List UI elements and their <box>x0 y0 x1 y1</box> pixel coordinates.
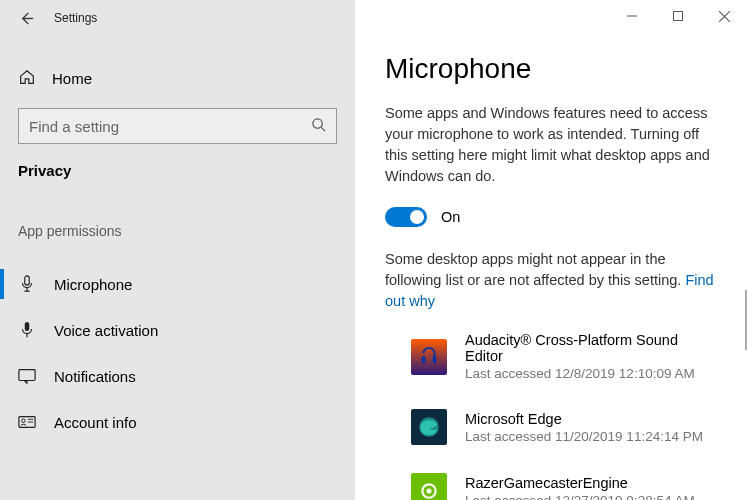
app-name: Microsoft Edge <box>465 411 703 427</box>
titlebar-left: Settings <box>0 0 355 36</box>
search-box[interactable] <box>18 108 337 144</box>
microphone-icon <box>18 275 36 293</box>
app-list: Audacity® Cross-Platform Sound Editor La… <box>385 332 717 500</box>
close-button[interactable] <box>701 0 747 32</box>
svg-point-9 <box>22 419 26 423</box>
app-meta: Last accessed 11/20/2019 11:24:14 PM <box>465 429 703 444</box>
app-row: Microsoft Edge Last accessed 11/20/2019 … <box>385 409 717 445</box>
minimize-button[interactable] <box>609 0 655 32</box>
sidebar-item-microphone[interactable]: Microphone <box>0 261 355 307</box>
nav-list: Microphone Voice activation Notification… <box>0 261 355 445</box>
sidebar-item-label: Microphone <box>54 276 132 293</box>
app-name: RazerGamecasterEngine <box>465 475 695 491</box>
section-group-label: App permissions <box>0 223 355 239</box>
svg-rect-17 <box>433 356 437 363</box>
account-icon <box>18 415 36 429</box>
svg-rect-2 <box>25 276 30 285</box>
current-section: Privacy <box>0 144 355 179</box>
sidebar: Settings Home Privacy App permissions Mi… <box>0 0 355 500</box>
sidebar-item-label: Notifications <box>54 368 136 385</box>
home-icon <box>18 68 36 89</box>
svg-rect-5 <box>25 322 30 331</box>
maximize-button[interactable] <box>655 0 701 32</box>
svg-rect-16 <box>422 356 426 363</box>
sidebar-item-account-info[interactable]: Account info <box>0 399 355 445</box>
search-input[interactable] <box>29 118 311 135</box>
app-icon-edge <box>411 409 447 445</box>
app-icon-audacity <box>411 339 447 375</box>
sidebar-item-voice-activation[interactable]: Voice activation <box>0 307 355 353</box>
sidebar-item-label: Voice activation <box>54 322 158 339</box>
microphone-toggle[interactable] <box>385 207 427 227</box>
intro-text: Some apps and Windows features need to a… <box>385 103 717 187</box>
titlebar-right <box>355 0 747 33</box>
search-icon <box>311 117 326 135</box>
content-pane: Microphone Some apps and Windows feature… <box>355 0 747 500</box>
app-icon-razer <box>411 473 447 500</box>
svg-point-20 <box>427 489 432 494</box>
app-row: Audacity® Cross-Platform Sound Editor La… <box>385 332 717 381</box>
svg-point-0 <box>313 119 322 128</box>
app-name: Audacity® Cross-Platform Sound Editor <box>465 332 717 364</box>
toggle-state-label: On <box>441 209 460 225</box>
app-meta: Last accessed 12/8/2019 12:10:09 AM <box>465 366 717 381</box>
window-title: Settings <box>54 11 97 25</box>
sidebar-item-label: Account info <box>54 414 137 431</box>
back-icon[interactable] <box>18 10 34 26</box>
svg-line-1 <box>321 127 325 131</box>
svg-rect-7 <box>19 370 35 381</box>
home-label: Home <box>52 70 92 87</box>
note-text: Some desktop apps might not appear in th… <box>385 251 685 288</box>
sidebar-item-notifications[interactable]: Notifications <box>0 353 355 399</box>
app-row: RazerGamecasterEngine Last accessed 12/2… <box>385 473 717 500</box>
voice-icon <box>18 321 36 339</box>
svg-rect-13 <box>674 12 683 21</box>
home-nav[interactable]: Home <box>0 58 355 98</box>
page-title: Microphone <box>385 53 717 85</box>
desktop-apps-note: Some desktop apps might not appear in th… <box>385 249 717 312</box>
app-meta: Last accessed 12/27/2019 9:28:54 AM <box>465 493 695 500</box>
notifications-icon <box>18 368 36 384</box>
